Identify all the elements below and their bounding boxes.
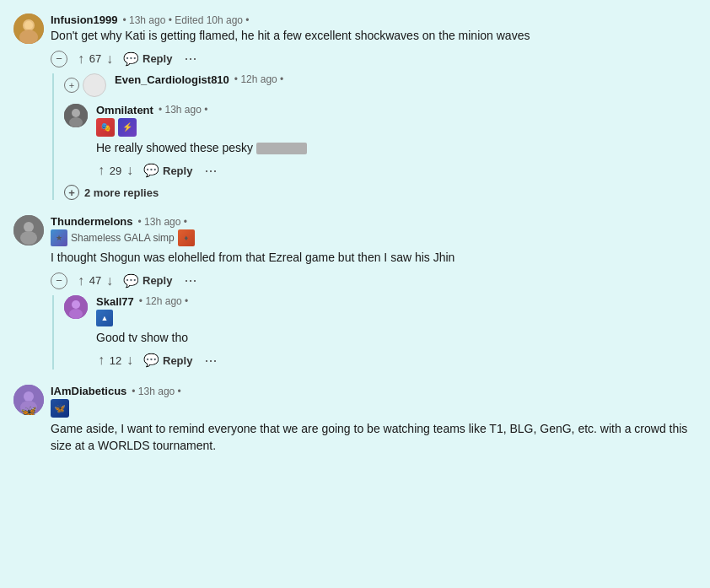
comment-body-omnilatent: Omnilatent • 13h ago • 🎭 ⚡ He really sho… <box>96 104 697 181</box>
comment-text-omnilatent: He really showed these pesky <box>96 140 697 157</box>
vote-group-omnilatent: ↑ 29 ↓ <box>96 161 135 180</box>
username-thundermelons: Thundermelons <box>51 215 133 228</box>
svg-point-5 <box>72 109 80 117</box>
username-even: Even_Cardiologist810 <box>115 73 229 86</box>
reply-icon-thundermelons: 💬 <box>123 273 139 289</box>
username-omnilatent: Omnilatent <box>96 104 153 116</box>
blurred-word-omnilatent <box>256 143 307 154</box>
comment-text-skall: Good tv show tho <box>96 330 697 347</box>
reply-button-thundermelons[interactable]: 💬 Reply <box>123 273 172 289</box>
avatar-even <box>83 73 106 97</box>
avatar-infusion <box>13 13 44 44</box>
username-skall: Skall77 <box>96 295 134 308</box>
reply-icon-skall: 💬 <box>143 353 159 368</box>
timestamp-omnilatent: • 13h ago • <box>159 104 207 116</box>
vote-group-thundermelons: ↑ 47 ↓ <box>76 272 115 290</box>
badge-skall: ▲ <box>96 310 113 326</box>
comment-body-even: Even_Cardiologist810 • 12h ago • <box>115 73 697 88</box>
actions-infusion: − ↑ 67 ↓ 💬 Reply ··· <box>51 50 697 68</box>
username-diabeticus: IAmDiabeticus <box>51 385 126 397</box>
vote-count-thundermelons: 47 <box>88 274 103 287</box>
avatar-diabeticus: 🦋 <box>13 385 44 415</box>
actions-skall: ↑ 12 ↓ 💬 Reply ··· <box>96 351 697 370</box>
svg-point-9 <box>20 231 37 245</box>
comment-body-skall: Skall77 • 12h ago • ▲ Good tv show tho ↑… <box>96 295 697 370</box>
comment-text-infusion: Don't get why Kati is getting flamed, he… <box>51 28 697 45</box>
reply-button-infusion[interactable]: 💬 Reply <box>123 51 172 67</box>
timestamp-skall: • 12h ago • <box>139 295 188 307</box>
comment-skall: Skall77 • 12h ago • ▲ Good tv show tho ↑… <box>64 295 697 370</box>
more-options-button-omnilatent[interactable]: ··· <box>201 162 220 180</box>
upvote-icon-thundermelons[interactable]: ↑ <box>76 272 86 290</box>
gala-badge2-icon: ♦ <box>178 229 195 246</box>
comment-text-diabeticus: Game aside, I want to remind everyone th… <box>51 421 697 454</box>
replies-indent-infusion: + Even_Cardiologist810 • 12h ago • <box>52 73 697 201</box>
vote-count-infusion: 67 <box>88 52 103 65</box>
svg-point-8 <box>24 222 34 232</box>
collapse-button-infusion[interactable]: − <box>51 51 67 67</box>
reply-icon-infusion: 💬 <box>123 51 139 67</box>
actions-omnilatent: ↑ 29 ↓ 💬 Reply ··· <box>96 161 697 180</box>
more-replies-plus-icon: + <box>64 185 79 200</box>
comment-thread-thundermelons: Thundermelons • 13h ago • ★ Shameless GA… <box>13 215 697 370</box>
downvote-icon-skall[interactable]: ↓ <box>125 351 135 370</box>
timestamp-infusion: • 13h ago • Edited 10h ago • <box>122 14 249 26</box>
svg-point-12 <box>69 309 83 319</box>
badge1-omnilatent: 🎭 <box>96 118 115 137</box>
more-options-button-thundermelons[interactable]: ··· <box>180 272 200 289</box>
upvote-icon-skall[interactable]: ↑ <box>96 351 106 370</box>
svg-text:🦋: 🦋 <box>20 404 37 415</box>
avatar-omnilatent <box>64 104 88 127</box>
badge-row-diabeticus: 🦋 <box>51 399 697 418</box>
downvote-icon-thundermelons[interactable]: ↓ <box>105 272 115 290</box>
reply-button-omnilatent[interactable]: 💬 Reply <box>143 163 192 178</box>
badge-row-omnilatent: 🎭 ⚡ <box>96 118 697 137</box>
vote-count-omnilatent: 29 <box>108 165 123 177</box>
vote-group-infusion: ↑ 67 ↓ <box>76 50 115 68</box>
badge2-omnilatent: ⚡ <box>118 118 137 137</box>
upvote-icon-infusion[interactable]: ↑ <box>76 50 86 68</box>
reply-button-skall[interactable]: 💬 Reply <box>143 353 192 368</box>
more-options-button-skall[interactable]: ··· <box>201 352 220 370</box>
badge-diabeticus: 🦋 <box>51 399 69 418</box>
comment-even: + Even_Cardiologist810 • 12h ago • <box>64 73 697 97</box>
username-infusion: Infusion1999 <box>51 13 117 26</box>
comment-body-infusion: Infusion1999 • 13h ago • Edited 10h ago … <box>51 13 697 68</box>
downvote-icon-infusion[interactable]: ↓ <box>105 50 115 68</box>
actions-thundermelons: − ↑ 47 ↓ 💬 Reply ··· <box>51 272 697 290</box>
shameless-badge-row: ★ Shameless GALA simp ♦ <box>51 229 697 246</box>
comment-thread-diabeticus: 🦋 IAmDiabeticus • 13h ago • 🦋 Game aside… <box>13 385 697 459</box>
reply-icon-omnilatent: 💬 <box>143 163 159 178</box>
comment-thread-infusion: Infusion1999 • 13h ago • Edited 10h ago … <box>13 13 697 200</box>
svg-point-6 <box>69 117 83 127</box>
collapse-button-thundermelons[interactable]: − <box>51 272 67 289</box>
timestamp-diabeticus: • 13h ago • <box>132 386 180 397</box>
replies-indent-thundermelons: Skall77 • 12h ago • ▲ Good tv show tho ↑… <box>52 295 697 370</box>
avatar-thundermelons <box>13 215 44 245</box>
svg-point-14 <box>24 391 34 402</box>
collapse-button-even[interactable]: + <box>64 78 79 93</box>
downvote-icon-omnilatent[interactable]: ↓ <box>125 161 135 180</box>
svg-point-3 <box>24 21 33 30</box>
badge-row-skall: ▲ <box>96 310 697 326</box>
comment-text-thundermelons: I thought Shogun was elohelled from that… <box>51 250 697 267</box>
shameless-badge-text: Shameless GALA simp <box>71 232 175 244</box>
comment-omnilatent: Omnilatent • 13h ago • 🎭 ⚡ He really sho… <box>64 104 697 181</box>
more-replies-link[interactable]: + 2 more replies <box>64 185 697 200</box>
timestamp-thundermelons: • 13h ago • <box>138 216 187 228</box>
avatar-skall <box>64 295 88 319</box>
vote-count-skall: 12 <box>108 354 123 367</box>
timestamp-even: • 12h ago • <box>234 73 283 85</box>
svg-point-11 <box>72 300 80 309</box>
gala-badge-icon: ★ <box>51 229 67 246</box>
vote-group-skall: ↑ 12 ↓ <box>96 351 135 370</box>
upvote-icon-omnilatent[interactable]: ↑ <box>96 161 106 180</box>
comment-body-thundermelons: Thundermelons • 13h ago • ★ Shameless GA… <box>51 215 697 290</box>
more-options-button-infusion[interactable]: ··· <box>180 50 200 67</box>
comment-body-diabeticus: IAmDiabeticus • 13h ago • 🦋 Game aside, … <box>51 385 697 459</box>
